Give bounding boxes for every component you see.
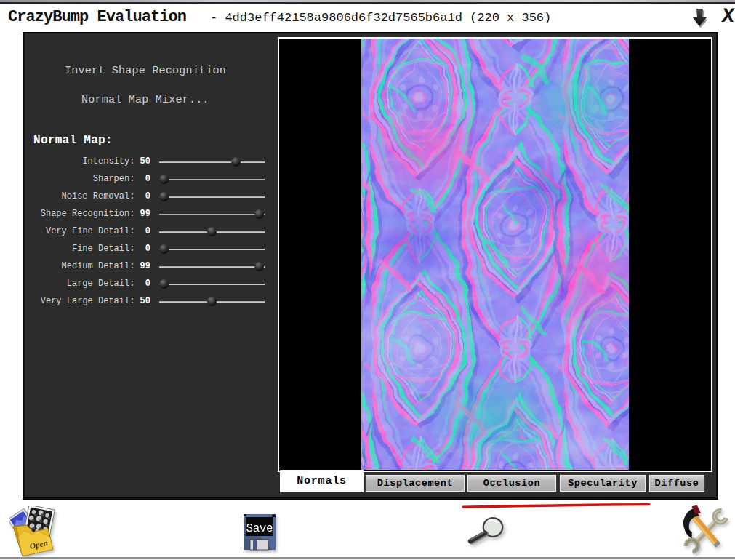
svg-text:Save: Save (246, 522, 273, 535)
